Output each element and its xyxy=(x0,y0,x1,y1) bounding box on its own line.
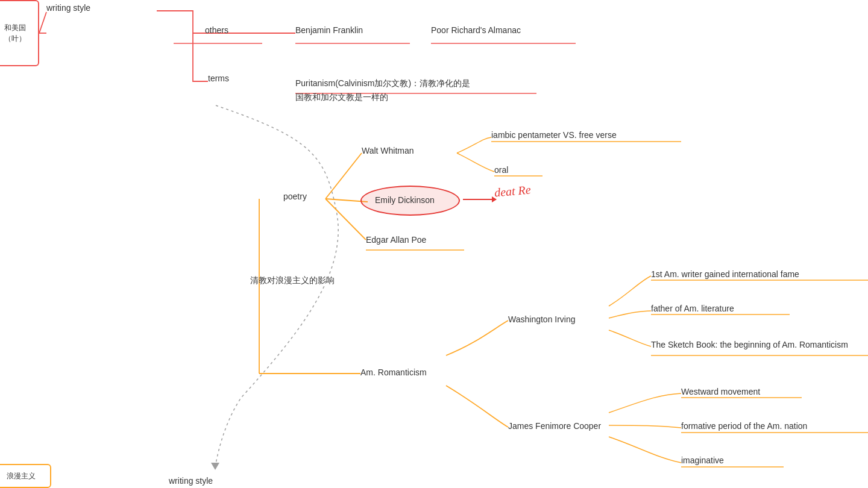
edgar-allan-poe-node: Edgar Allan Poe xyxy=(366,235,426,245)
writing-style-bottom-node: writing style xyxy=(169,476,213,486)
puritan-influence-node: 清教对浪漫主义的影响 xyxy=(250,275,335,286)
puritanism-node: Puritanism(Calvinism加尔文教)：清教净化的是 国教和加尔文教… xyxy=(295,63,542,104)
imaginative-node: imaginative xyxy=(681,455,724,465)
sketch-book-node: The Sketch Book: the beginning of Am. Ro… xyxy=(651,339,868,351)
benjamin-franklin-node: Benjamin Franklin xyxy=(295,25,363,35)
poetry-node: poetry xyxy=(283,192,307,201)
iambic-node: iambic pentameter VS. free verse xyxy=(491,130,617,140)
formative-node: formative period of the Am. nation xyxy=(681,421,868,431)
walt-whitman-node: Walt Whitman xyxy=(362,146,414,155)
first-am-writer-node: 1st Am. writer gained international fame xyxy=(651,269,868,279)
others-node: others xyxy=(205,25,228,35)
left-top-box: 和美国 （叶） xyxy=(0,0,39,66)
emily-dickinson-node: Emily Dickinson xyxy=(375,195,435,205)
left-bottom-box: 浪漫主义 xyxy=(0,464,51,488)
death-text: deat Re xyxy=(494,183,531,199)
dotted-arrow xyxy=(211,463,219,470)
oral-node: oral xyxy=(494,165,508,175)
washington-irving-node: Washington Irving xyxy=(508,314,576,324)
left-bottom-text: 浪漫主义 xyxy=(7,471,36,481)
left-top-text: 和美国 （叶） xyxy=(4,22,26,44)
james-fenimore-node: James Fenimore Cooper xyxy=(508,421,601,431)
terms-node: terms xyxy=(208,74,229,83)
westward-node: Westward movement xyxy=(681,387,760,396)
father-am-lit-node: father of Am. literature xyxy=(651,304,734,313)
emily-arrow xyxy=(463,199,496,200)
poor-richard-node: Poor Richard's Almanac xyxy=(431,25,521,35)
am-romanticism-node: Am. Romanticism xyxy=(360,368,427,377)
writing-style-top-node: writing style xyxy=(46,3,90,13)
